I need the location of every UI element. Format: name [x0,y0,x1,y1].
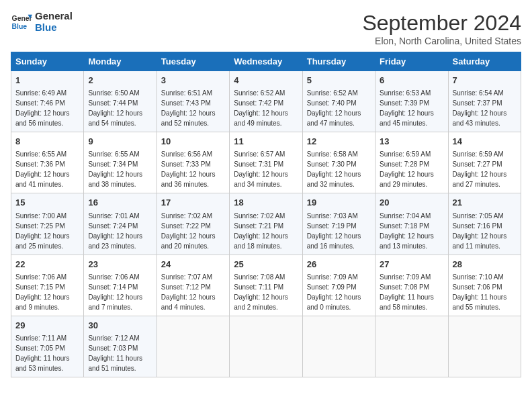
day-number: 20 [380,197,443,209]
calendar-cell: 23Sunrise: 7:06 AMSunset: 7:14 PMDayligh… [84,255,157,316]
header-day-monday: Monday [84,52,157,71]
day-info: Sunrise: 7:06 AMSunset: 7:14 PMDaylight:… [88,272,152,312]
calendar-cell: 15Sunrise: 7:00 AMSunset: 7:25 PMDayligh… [11,193,84,255]
header-day-tuesday: Tuesday [157,52,229,71]
calendar-cell: 16Sunrise: 7:01 AMSunset: 7:24 PMDayligh… [84,193,157,255]
day-number: 16 [88,197,152,209]
calendar-cell: 7Sunrise: 6:54 AMSunset: 7:37 PMDaylight… [448,71,521,132]
calendar-week-3: 15Sunrise: 7:00 AMSunset: 7:25 PMDayligh… [11,193,521,255]
calendar-week-1: 1Sunrise: 6:49 AMSunset: 7:46 PMDaylight… [11,71,521,132]
day-info: Sunrise: 7:08 AMSunset: 7:11 PMDaylight:… [234,272,298,312]
calendar-cell: 8Sunrise: 6:55 AMSunset: 7:36 PMDaylight… [11,132,84,193]
day-number: 26 [307,259,371,271]
calendar-cell: 26Sunrise: 7:09 AMSunset: 7:09 PMDayligh… [302,255,375,316]
day-number: 28 [453,259,517,271]
calendar-cell: 4Sunrise: 6:52 AMSunset: 7:42 PMDaylight… [230,71,302,132]
day-info: Sunrise: 7:09 AMSunset: 7:08 PMDaylight:… [380,272,443,312]
day-number: 30 [88,320,152,332]
day-number: 19 [307,197,371,209]
day-number: 25 [234,259,298,271]
day-info: Sunrise: 6:52 AMSunset: 7:40 PMDaylight:… [307,88,371,128]
page-header: General Blue General Blue September 2024… [11,11,521,46]
calendar-week-5: 29Sunrise: 7:11 AMSunset: 7:05 PMDayligh… [11,316,521,377]
day-info: Sunrise: 6:49 AMSunset: 7:46 PMDaylight:… [15,88,79,128]
calendar-cell: 17Sunrise: 7:02 AMSunset: 7:22 PMDayligh… [157,193,229,255]
day-info: Sunrise: 7:06 AMSunset: 7:15 PMDaylight:… [15,272,79,312]
logo-text-line2: Blue [35,22,73,34]
day-number: 24 [161,259,225,271]
day-info: Sunrise: 7:11 AMSunset: 7:05 PMDaylight:… [15,333,79,373]
calendar-cell: 21Sunrise: 7:05 AMSunset: 7:16 PMDayligh… [448,193,521,255]
calendar-table: SundayMondayTuesdayWednesdayThursdayFrid… [11,52,521,377]
calendar-cell: 5Sunrise: 6:52 AMSunset: 7:40 PMDaylight… [302,71,375,132]
day-number: 11 [234,136,298,148]
calendar-cell: 22Sunrise: 7:06 AMSunset: 7:15 PMDayligh… [11,255,84,316]
logo-text-line1: General [35,11,73,22]
day-info: Sunrise: 7:01 AMSunset: 7:24 PMDaylight:… [88,211,152,251]
day-number: 10 [161,136,225,148]
day-number: 13 [380,136,443,148]
day-info: Sunrise: 7:10 AMSunset: 7:06 PMDaylight:… [453,272,517,312]
calendar-cell: 9Sunrise: 6:55 AMSunset: 7:34 PMDaylight… [84,132,157,193]
day-number: 29 [15,320,79,332]
calendar-cell: 13Sunrise: 6:59 AMSunset: 7:28 PMDayligh… [375,132,448,193]
day-number: 3 [161,75,225,87]
header-day-thursday: Thursday [302,52,375,71]
day-info: Sunrise: 7:03 AMSunset: 7:19 PMDaylight:… [307,211,371,251]
day-number: 6 [380,75,443,87]
calendar-cell: 1Sunrise: 6:49 AMSunset: 7:46 PMDaylight… [11,71,84,132]
calendar-cell: 2Sunrise: 6:50 AMSunset: 7:44 PMDaylight… [84,71,157,132]
day-info: Sunrise: 6:57 AMSunset: 7:31 PMDaylight:… [234,149,298,189]
calendar-cell: 30Sunrise: 7:12 AMSunset: 7:03 PMDayligh… [84,316,157,377]
day-info: Sunrise: 7:12 AMSunset: 7:03 PMDaylight:… [88,333,152,373]
day-info: Sunrise: 6:58 AMSunset: 7:30 PMDaylight:… [307,149,371,189]
calendar-week-4: 22Sunrise: 7:06 AMSunset: 7:15 PMDayligh… [11,255,521,316]
calendar-cell: 29Sunrise: 7:11 AMSunset: 7:05 PMDayligh… [11,316,84,377]
day-number: 8 [15,136,79,148]
day-number: 12 [307,136,371,148]
day-info: Sunrise: 6:59 AMSunset: 7:27 PMDaylight:… [453,149,517,189]
logo-icon: General Blue [11,11,32,33]
day-info: Sunrise: 6:59 AMSunset: 7:28 PMDaylight:… [380,149,443,189]
day-info: Sunrise: 7:05 AMSunset: 7:16 PMDaylight:… [453,211,517,251]
day-info: Sunrise: 6:54 AMSunset: 7:37 PMDaylight:… [453,88,517,128]
calendar-cell [230,316,302,377]
calendar-cell: 20Sunrise: 7:04 AMSunset: 7:18 PMDayligh… [375,193,448,255]
day-info: Sunrise: 6:52 AMSunset: 7:42 PMDaylight:… [234,88,298,128]
day-number: 22 [15,259,79,271]
header-day-sunday: Sunday [11,52,84,71]
calendar-cell: 12Sunrise: 6:58 AMSunset: 7:30 PMDayligh… [302,132,375,193]
day-number: 15 [15,197,79,209]
calendar-cell: 19Sunrise: 7:03 AMSunset: 7:19 PMDayligh… [302,193,375,255]
day-number: 27 [380,259,443,271]
calendar-cell: 24Sunrise: 7:07 AMSunset: 7:12 PMDayligh… [157,255,229,316]
calendar-cell [302,316,375,377]
day-info: Sunrise: 7:02 AMSunset: 7:21 PMDaylight:… [234,211,298,251]
day-info: Sunrise: 6:53 AMSunset: 7:39 PMDaylight:… [380,88,443,128]
day-info: Sunrise: 6:50 AMSunset: 7:44 PMDaylight:… [88,88,152,128]
header-day-friday: Friday [375,52,448,71]
day-number: 1 [15,75,79,87]
logo: General Blue General Blue [11,11,73,33]
day-info: Sunrise: 7:07 AMSunset: 7:12 PMDaylight:… [161,272,225,312]
day-number: 7 [453,75,517,87]
location-title: Elon, North Carolina, United States [362,36,521,46]
calendar-cell: 27Sunrise: 7:09 AMSunset: 7:08 PMDayligh… [375,255,448,316]
day-number: 5 [307,75,371,87]
header-day-wednesday: Wednesday [230,52,302,71]
day-info: Sunrise: 7:00 AMSunset: 7:25 PMDaylight:… [15,211,79,251]
day-info: Sunrise: 6:55 AMSunset: 7:36 PMDaylight:… [15,149,79,189]
day-number: 14 [453,136,517,148]
day-info: Sunrise: 7:02 AMSunset: 7:22 PMDaylight:… [161,211,225,251]
calendar-week-2: 8Sunrise: 6:55 AMSunset: 7:36 PMDaylight… [11,132,521,193]
day-info: Sunrise: 7:04 AMSunset: 7:18 PMDaylight:… [380,211,443,251]
day-number: 21 [453,197,517,209]
month-title: September 2024 [362,11,521,36]
calendar-body: 1Sunrise: 6:49 AMSunset: 7:46 PMDaylight… [11,71,521,377]
calendar-cell [157,316,229,377]
calendar-cell: 28Sunrise: 7:10 AMSunset: 7:06 PMDayligh… [448,255,521,316]
day-number: 18 [234,197,298,209]
day-number: 2 [88,75,152,87]
day-number: 9 [88,136,152,148]
day-number: 23 [88,259,152,271]
